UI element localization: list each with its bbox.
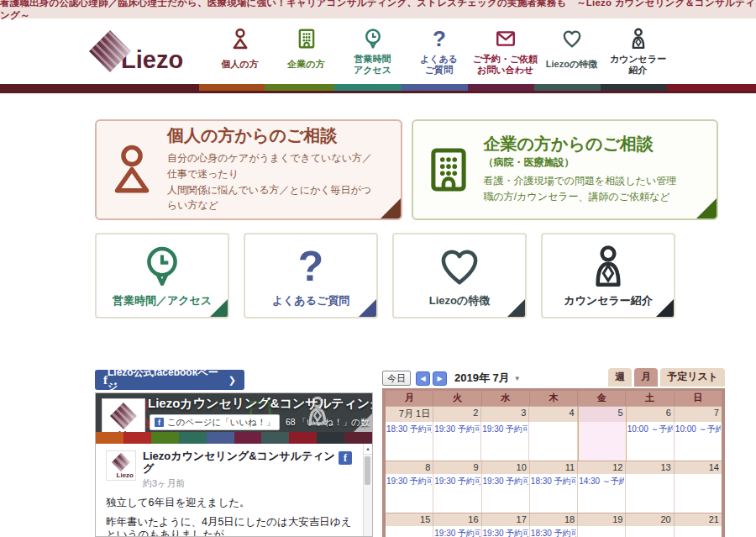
calendar-day-cell[interactable]: 19:30 予約可 — [433, 422, 481, 461]
consult-card-personal[interactable]: 個人の方からのご相談 自分の心身のケアがうまくできていない方／仕事で迷ったり 人… — [95, 119, 402, 220]
calendar-date-cell[interactable]: 3 — [481, 407, 529, 422]
calendar-date-cell[interactable]: 6 — [627, 407, 675, 422]
scroll-up-icon[interactable]: ▲ — [364, 444, 372, 455]
calendar-event[interactable] — [627, 527, 672, 528]
feature-card-features[interactable]: Liezoの特徴 — [392, 233, 527, 319]
calendar-event[interactable]: 19:30 予約可 — [434, 475, 480, 487]
calendar-day-cell[interactable]: 10:00 ～予約 — [675, 422, 722, 461]
feed-scrollbar[interactable]: ▲ — [363, 444, 372, 536]
feature-card-counselor[interactable]: カウンセラー紹介 — [541, 233, 675, 319]
calendar-day-cell[interactable]: 19:30 予約可 — [481, 422, 529, 461]
question-icon: ? — [428, 26, 450, 51]
calendar-event[interactable]: 18:30 予約可 — [531, 475, 576, 487]
calendar-event[interactable]: 19:30 予約可 — [434, 423, 480, 435]
calendar-event[interactable]: 18:30 予約可 — [386, 423, 432, 435]
feature-card-hours[interactable]: 営業時間／アクセス — [95, 233, 229, 319]
avatar[interactable]: Liezo — [106, 450, 136, 481]
calendar-event[interactable]: 19:30 予約可 — [483, 527, 528, 537]
consult-card-corporate[interactable]: 企業の方からのご相談 （病院・医療施設） 看護・介護現場での問題を相談したい管理… — [412, 119, 719, 220]
tab-month[interactable]: 月 — [634, 368, 658, 387]
nav-item-hours-access[interactable]: 営業時間 アクセス — [339, 26, 406, 76]
calendar-date-cell[interactable]: 17 — [482, 513, 530, 526]
next-month-button[interactable]: ▶ — [433, 371, 447, 386]
facebook-page-avatar[interactable]: Liezo — [102, 398, 145, 432]
calendar-date-cell[interactable]: 9 — [433, 461, 481, 474]
calendar-nav: ◀ ▶ — [416, 371, 447, 386]
calendar-event[interactable]: 10:00 ～予約 — [675, 423, 721, 435]
calendar-day-cell[interactable]: 18:30 予約可 — [530, 526, 578, 537]
calendar-day-cell[interactable] — [386, 526, 433, 537]
calendar-date-cell[interactable]: 18 — [530, 513, 578, 526]
person-icon — [229, 26, 251, 51]
calendar-title[interactable]: 2019年 7月 — [454, 371, 510, 386]
calendar-date-cell[interactable]: 4 — [529, 407, 577, 422]
calendar-date-cell[interactable]: 7 — [675, 407, 722, 422]
calendar-day-cell[interactable]: 18:30 予約可 — [530, 474, 578, 513]
calendar-date-cell[interactable]: 7月 1日 — [386, 407, 433, 422]
nav-item-features[interactable]: Liezoの特徴 — [538, 26, 605, 76]
nav-item-contact[interactable]: ご予約・ご依頼 お問い合わせ — [472, 26, 538, 76]
calendar-event[interactable]: 19:30 予約可 — [434, 527, 480, 537]
chevron-down-icon[interactable]: ▼ — [514, 375, 521, 382]
today-button[interactable]: 今日 — [382, 371, 411, 386]
calendar-date-cell[interactable]: 20 — [626, 513, 674, 526]
calendar-event[interactable] — [386, 527, 432, 528]
calendar-event[interactable]: 19:30 予約可 — [483, 475, 528, 487]
calendar-event[interactable] — [627, 475, 672, 476]
calendar-day-cell[interactable]: 19:30 予約可 — [482, 474, 530, 513]
nav-item-counselor[interactable]: カウンセラー 紹介 — [605, 26, 671, 76]
calendar-date-cell[interactable]: 10 — [482, 461, 530, 474]
calendar-day-cell[interactable] — [578, 526, 626, 537]
tab-week[interactable]: 週 — [608, 368, 632, 387]
calendar-event[interactable]: 18:30 予約可 — [531, 527, 576, 537]
calendar-event[interactable] — [579, 527, 624, 528]
nav-item-faq[interactable]: ? よくある ご質問 — [406, 26, 472, 76]
facebook-f-icon[interactable]: f — [339, 451, 352, 465]
calendar-date-cell[interactable]: 16 — [433, 513, 481, 526]
tab-agenda[interactable]: 予定リスト — [660, 368, 725, 387]
nav-item-corporate[interactable]: 企業の方 — [273, 26, 339, 76]
calendar-day-cell[interactable]: 19:30 予約可 — [433, 526, 481, 537]
calendar-date-cell[interactable]: 19 — [578, 513, 626, 526]
nav-item-personal[interactable]: 個人の方 — [207, 26, 273, 76]
facebook-like-button[interactable]: f このページに「いいね！」 — [150, 414, 280, 430]
prev-month-button[interactable]: ◀ — [416, 371, 430, 386]
calendar-day-cell[interactable] — [626, 526, 674, 537]
calendar-event[interactable] — [580, 423, 625, 424]
calendar-day-cell-today[interactable] — [578, 422, 627, 461]
calendar-event[interactable] — [675, 475, 721, 476]
scrollbar-thumb[interactable] — [365, 456, 370, 485]
calendar-day-cell[interactable]: 19:30 予約可 — [386, 474, 433, 513]
calendar-event[interactable] — [530, 423, 575, 424]
calendar-date-cell[interactable]: 8 — [386, 461, 433, 474]
nav-label: 企業の方 — [287, 53, 324, 76]
calendar-date-cell[interactable]: 12 — [578, 461, 626, 474]
calendar-date-cell[interactable]: 21 — [675, 513, 722, 526]
calendar-day-cell[interactable] — [675, 474, 722, 513]
calendar-day-cell[interactable]: 18:30 予約可 — [386, 422, 433, 461]
calendar-date-cell[interactable]: 15 — [386, 513, 433, 526]
calendar-date-cell[interactable]: 14 — [675, 461, 722, 474]
calendar-day-cell[interactable]: 19:30 予約可 — [482, 526, 530, 537]
calendar-event[interactable]: 19:30 予約可 — [386, 475, 432, 487]
feature-card-faq[interactable]: ? よくあるご質問 — [244, 233, 378, 319]
calendar-day-cell[interactable]: 19:30 予約可 — [433, 474, 481, 513]
feature-card-label: Liezoの特徴 — [429, 293, 491, 308]
facebook-post-author[interactable]: Liezoカウンセリング&コンサルティング — [143, 450, 335, 476]
facebook-section: f Liezo公式facebookページ ❯ Liezoカウンセリング&コンサル… — [95, 370, 373, 537]
calendar-event[interactable] — [675, 527, 721, 528]
calendar-day-cell[interactable] — [675, 526, 722, 537]
calendar-day-cell[interactable]: 14:30 ～予約 — [578, 474, 626, 513]
calendar-date-cell[interactable]: 11 — [530, 461, 578, 474]
calendar-day-cell[interactable]: 10:00 ～予約 — [627, 422, 675, 461]
calendar-date-cell[interactable]: 2 — [433, 407, 481, 422]
calendar-event[interactable]: 19:30 予約可 — [482, 423, 528, 435]
calendar-event[interactable]: 10:00 ～予約 — [627, 423, 673, 435]
calendar-event[interactable]: 14:30 ～予約 — [579, 475, 624, 487]
site-logo[interactable]: Liezo — [89, 30, 193, 72]
calendar-day-cell[interactable] — [529, 422, 577, 461]
calendar-date-cell-today[interactable]: 5 — [578, 407, 627, 422]
calendar-day-cell[interactable] — [626, 474, 674, 513]
facebook-page-button[interactable]: f Liezo公式facebookページ ❯ — [95, 370, 244, 390]
calendar-date-cell[interactable]: 13 — [626, 461, 674, 474]
